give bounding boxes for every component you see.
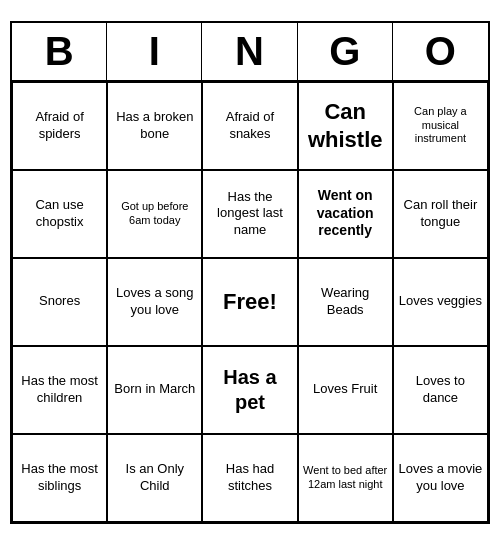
bingo-cell-2: Afraid of snakes (202, 82, 297, 170)
bingo-cell-4: Can play a musical instrument (393, 82, 488, 170)
bingo-cell-14: Loves veggies (393, 258, 488, 346)
bingo-cell-10: Snores (12, 258, 107, 346)
bingo-cell-15: Has the most children (12, 346, 107, 434)
bingo-cell-20: Has the most siblings (12, 434, 107, 522)
bingo-cell-1: Has a broken bone (107, 82, 202, 170)
bingo-cell-12: Free! (202, 258, 297, 346)
bingo-letter-g: G (298, 23, 393, 80)
bingo-cell-7: Has the longest last name (202, 170, 297, 258)
bingo-letter-o: O (393, 23, 488, 80)
bingo-cell-9: Can roll their tongue (393, 170, 488, 258)
bingo-cell-0: Afraid of spiders (12, 82, 107, 170)
bingo-cell-19: Loves to dance (393, 346, 488, 434)
bingo-cell-22: Has had stitches (202, 434, 297, 522)
bingo-letter-i: I (107, 23, 202, 80)
bingo-cell-21: Is an Only Child (107, 434, 202, 522)
bingo-cell-18: Loves Fruit (298, 346, 393, 434)
bingo-cell-13: Wearing Beads (298, 258, 393, 346)
bingo-cell-3: Can whistle (298, 82, 393, 170)
bingo-cell-5: Can use chopstix (12, 170, 107, 258)
bingo-letter-n: N (202, 23, 297, 80)
bingo-cell-8: Went on vacation recently (298, 170, 393, 258)
bingo-grid: Afraid of spidersHas a broken boneAfraid… (12, 82, 488, 522)
bingo-header: BINGO (12, 23, 488, 82)
bingo-cell-17: Has a pet (202, 346, 297, 434)
bingo-card: BINGO Afraid of spidersHas a broken bone… (10, 21, 490, 524)
bingo-cell-6: Got up before 6am today (107, 170, 202, 258)
bingo-letter-b: B (12, 23, 107, 80)
bingo-cell-11: Loves a song you love (107, 258, 202, 346)
bingo-cell-23: Went to bed after 12am last night (298, 434, 393, 522)
bingo-cell-16: Born in March (107, 346, 202, 434)
bingo-cell-24: Loves a movie you love (393, 434, 488, 522)
